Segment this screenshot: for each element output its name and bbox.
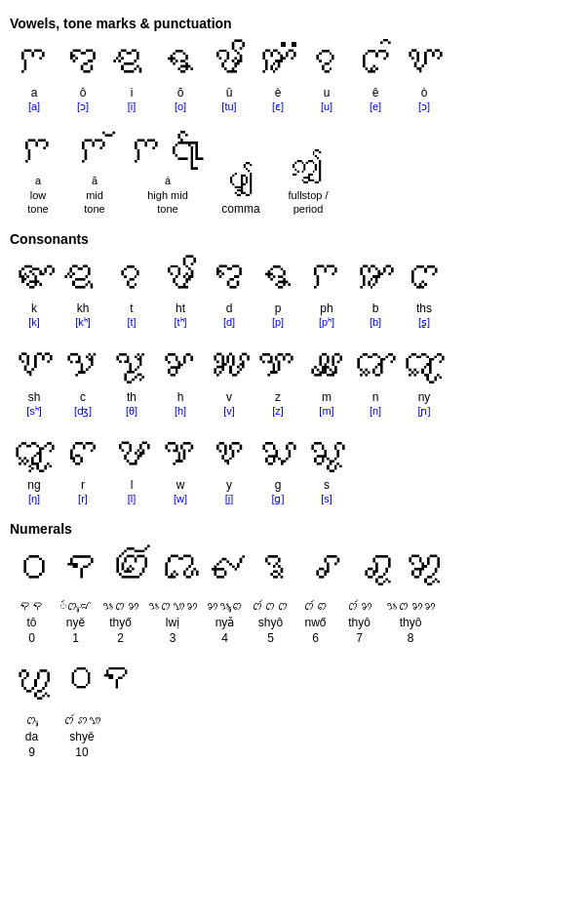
- consonant-row-2: ꨉ sh [sʰ] ꨊ c [ʤ] ꨋ th [θ] ꨌ h [h] ꨍ v […: [10, 339, 576, 422]
- cham-glyph: ꨁ: [111, 39, 152, 84]
- cham-glyph: ꩖: [306, 544, 347, 589]
- roman-label: ht: [176, 301, 185, 315]
- ipa-label: [n]: [370, 405, 381, 417]
- cham-glyph: ꩵ: [291, 149, 326, 188]
- arabic-num: 4: [221, 631, 228, 645]
- vowel-row-1: ꨆ a [a] ꨄ ô [ɔ] ꨁ i [i] ꨅ ŏ [o] ꨃ û [tu]…: [10, 35, 576, 119]
- cham-word: ꩃꩁꨶ꩸: [59, 599, 92, 614]
- cham-glyph: ꩒: [111, 544, 152, 589]
- num-word-8: ꩂꩁꩄꩄ thyô 8: [381, 595, 440, 651]
- cham-glyph: ꨆ: [14, 39, 55, 84]
- cham-glyph: ꩐: [14, 544, 55, 589]
- cham-glyph: ꨏ: [306, 342, 347, 387]
- ipa-label: [i]: [128, 100, 137, 112]
- cham-glyph: ꨎ: [257, 342, 298, 387]
- vowel-cell-u: ꨃ û [tu]: [205, 35, 254, 119]
- roman-label: ê: [372, 86, 379, 100]
- vowel-cell-o: ꨄ ô [ɔ]: [59, 35, 107, 119]
- ipa-label: [tʰ]: [174, 316, 186, 329]
- roman-label: b: [372, 301, 379, 315]
- vowel-cell-e: ꨇ̈ è [ɛ]: [254, 35, 302, 119]
- consonant-row-3: ꨒ ng [ŋ] ꨓ r [r] ꨔ l [l] ꨕ w [w] ꨖ y [j]…: [10, 427, 576, 511]
- roman-label: fullstop /period: [289, 188, 329, 217]
- cons-ths: ꨈ ths [ʂ]: [400, 251, 449, 335]
- arabic-num: 3: [170, 631, 176, 645]
- cham-glyph: ꩔: [209, 544, 250, 589]
- cham-glyph: ꨀ: [14, 255, 55, 300]
- num-word-6: ꩁꩃꩅ nwő 6: [293, 595, 337, 651]
- cham-glyph: ꨃ: [160, 255, 201, 300]
- cham-word: ꩂꩁꩄ: [101, 599, 139, 614]
- cons-c: ꨊ c [ʤ]: [59, 339, 107, 422]
- roman-label: ny: [418, 390, 431, 404]
- roman-label: k: [31, 301, 37, 315]
- ipa-label: [b]: [370, 316, 381, 328]
- num-10: ꩐꩑: [59, 655, 140, 709]
- vowel-row-2: ꨆꨯ alowtone ꨆꨮ ămidtone ꨆ꩷ áhigh midtone…: [10, 125, 576, 221]
- cham-glyph: ꨊ: [62, 342, 103, 387]
- consonant-row-1: ꨀ k [k] ꨁ kh [kʰ] ꨂ t [t] ꨃ ht [tʰ] ꨄ d …: [10, 251, 576, 335]
- section-title-consonants: Consonants: [10, 231, 576, 247]
- cham-glyph: ꨕ: [160, 431, 201, 476]
- roman-label: è: [275, 86, 282, 100]
- ipa-label: [m]: [319, 405, 333, 417]
- cham-glyph: ꨂ: [111, 255, 152, 300]
- ipa-label: [r]: [78, 493, 88, 504]
- cham-glyph: ꨌ: [160, 342, 201, 387]
- cham-glyph: ꨑ: [404, 342, 445, 387]
- roman-label: y: [226, 478, 232, 492]
- roman-label: sh: [28, 390, 41, 404]
- ipa-label: [d]: [223, 316, 235, 328]
- roman-label: ph: [320, 301, 332, 315]
- cham-word: ꩂꩁꩄꩄ: [385, 599, 436, 614]
- cham-glyph: ꨇ̈: [257, 39, 298, 84]
- ipa-label: [t]: [127, 316, 136, 328]
- vowel-cell-a: ꨆ a [a]: [10, 35, 59, 119]
- ipa-label: [l]: [128, 493, 137, 504]
- cham-glyph: ꨄ: [62, 39, 103, 84]
- cons-y: ꨖ y [j]: [205, 427, 254, 511]
- vowel-cell-oo: ꨅ ŏ [o]: [156, 35, 205, 119]
- ipa-label: [ʂ]: [418, 316, 430, 329]
- section-title-vowels: Vowels, tone marks & punctuation: [10, 16, 576, 31]
- cons-w: ꨕ w [w]: [156, 427, 205, 511]
- roman-cham: nyǎ: [215, 616, 235, 629]
- roman-label: l: [131, 478, 134, 492]
- num-1: ꩑: [59, 541, 107, 595]
- num-4: ꩔: [205, 541, 254, 595]
- arabic-num: 9: [28, 745, 35, 759]
- num-word-2: ꩂꩁꩄ thyő 2: [98, 595, 143, 651]
- ipa-label: [tu]: [221, 100, 236, 112]
- arabic-num: 1: [72, 631, 79, 645]
- ipa-label: [ʤ]: [74, 405, 92, 418]
- cons-k: ꨀ k [k]: [10, 251, 59, 335]
- cham-glyph: ꨉ: [14, 342, 55, 387]
- cons-z: ꨎ z [z]: [254, 339, 302, 422]
- ipa-label: [u]: [321, 100, 332, 112]
- roman-label: g: [275, 478, 282, 492]
- cham-glyph: ꨄ: [209, 255, 250, 300]
- cons-v: ꨍ v [v]: [205, 339, 254, 422]
- num-word-5: ꩁꩃꩁꩁ shyô 5: [248, 595, 293, 651]
- roman-cham: thyô: [348, 616, 371, 629]
- roman-label: r: [81, 478, 85, 492]
- num-word-7: ꩁꩃꩄ thyô 7: [337, 595, 381, 651]
- roman-label: v: [226, 390, 232, 404]
- roman-label: ò: [421, 86, 428, 100]
- cham-word: ꩁꩃꩄ: [347, 599, 372, 614]
- cons-m: ꨏ m [m]: [302, 339, 351, 422]
- ipa-label: [ɡ]: [271, 493, 284, 505]
- arabic-num: 10: [75, 745, 88, 759]
- cham-word: ꩑꩑: [20, 599, 45, 614]
- cham-glyph: ꨍ: [209, 342, 250, 387]
- num-5: ꩕: [254, 541, 302, 595]
- roman-label: h: [177, 390, 184, 404]
- num-8: ꩘: [400, 541, 449, 595]
- roman-label: ŏ: [177, 86, 184, 100]
- cham-glyph: ꨈ̂: [355, 39, 396, 84]
- roman-cham: lwị: [166, 616, 179, 629]
- cham-word: ꩁꨶ: [25, 713, 38, 728]
- cham-glyph: ꨐ: [355, 342, 396, 387]
- cham-glyph: ꨉ: [404, 39, 445, 84]
- roman-cham: shyô: [258, 616, 283, 629]
